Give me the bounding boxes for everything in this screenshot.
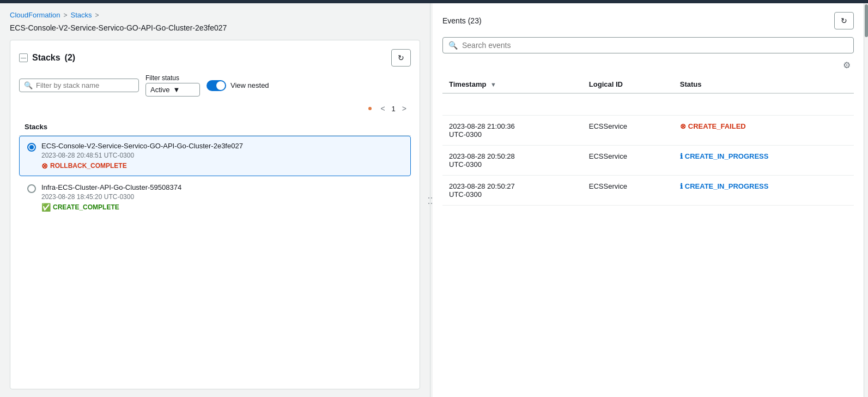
events-toolbar: ⚙ — [442, 59, 854, 71]
breadcrumb-stacks[interactable]: Stacks — [71, 11, 92, 19]
col-status: Status — [673, 76, 854, 93]
stack-status-text-1: ROLLBACK_COMPLETE — [50, 162, 127, 170]
events-search-icon: 🔍 — [448, 41, 458, 50]
left-panel: CloudFormation > Stacks > ECS-Console-V2… — [0, 3, 430, 397]
events-search-input[interactable] — [462, 41, 848, 50]
event-status-icon-1: ⊗ — [680, 122, 686, 130]
event-status-1: ⊗ CREATE_FAILED — [673, 115, 854, 145]
event-row-3: 2023-08-28 20:50:27 UTC-0300 ECSService … — [442, 175, 854, 205]
stack-row-1[interactable]: ECS-Console-V2-Service-Servico-GO-API-Go… — [19, 136, 411, 176]
stack-date-1: 2023-08-28 20:48:51 UTC-0300 — [41, 152, 405, 159]
event-status-icon-2: ℹ — [680, 152, 683, 160]
stack-status-text-2: CREATE_COMPLETE — [53, 203, 119, 211]
event-status-text-1: CREATE_FAILED — [688, 122, 746, 130]
stack-info-1: ECS-Console-V2-Service-Servico-GO-API-Go… — [41, 142, 405, 170]
events-table-body: 2023-08-28 21:00:36 UTC-0300 ECSService … — [442, 93, 854, 205]
view-nested-toggle[interactable] — [207, 80, 226, 91]
pag-prev-button[interactable]: < — [378, 103, 387, 114]
stack-radio-1[interactable] — [27, 143, 36, 152]
stack-status-2: ✅ CREATE_COMPLETE — [41, 203, 119, 212]
event-status-text-2: CREATE_IN_PROGRESS — [685, 152, 769, 160]
events-count: (23) — [468, 16, 482, 25]
events-search-box: 🔍 — [442, 37, 854, 53]
pag-current: 1 — [392, 105, 396, 113]
event-status-icon-3: ℹ — [680, 182, 683, 190]
view-nested-toggle-row: View nested — [207, 80, 269, 91]
stack-name-1: ECS-Console-V2-Service-Servico-GO-API-Go… — [41, 142, 405, 150]
event-timestamp-2: 2023-08-28 20:50:28 UTC-0300 — [442, 145, 582, 175]
sort-icon-timestamp[interactable]: ▼ — [490, 81, 496, 88]
stacks-refresh-button[interactable]: ↻ — [391, 49, 411, 67]
event-status-3: ℹ CREATE_IN_PROGRESS — [673, 175, 854, 205]
events-refresh-button[interactable]: ↻ — [834, 12, 854, 29]
breadcrumb-sep2: > — [95, 11, 99, 19]
pag-next-button[interactable]: > — [400, 103, 409, 114]
breadcrumb-sep1: > — [64, 11, 68, 19]
scrollbar-thumb[interactable] — [865, 4, 868, 37]
events-settings-button[interactable]: ⚙ — [840, 59, 854, 71]
event-status-2: ℹ CREATE_IN_PROGRESS — [673, 145, 854, 175]
events-header: Events (23) ↻ — [442, 12, 854, 29]
stack-date-2: 2023-08-28 18:45:20 UTC-0300 — [41, 193, 405, 201]
stack-status-icon-2: ✅ — [41, 203, 51, 212]
stack-info-2: Infra-ECS-Cluster-API-Go-Cluster-5950837… — [41, 183, 405, 212]
view-nested-label: View nested — [230, 81, 269, 89]
event-timestamp-1: 2023-08-28 21:00:36 UTC-0300 — [442, 115, 582, 145]
events-table-head: Timestamp ▼ Logical ID Status — [442, 76, 854, 93]
pag-indicator — [368, 107, 372, 110]
event-logical-id-1: ECSService — [582, 115, 673, 145]
stack-search-input[interactable] — [36, 81, 134, 89]
stack-status-1: ⊗ ROLLBACK_COMPLETE — [41, 161, 127, 170]
scrollbar[interactable] — [864, 3, 868, 397]
pagination-row: < 1 > — [19, 103, 411, 114]
collapse-icon[interactable]: — — [19, 53, 28, 62]
stack-status-icon-1: ⊗ — [41, 161, 48, 170]
stacks-count: (2) — [65, 53, 76, 63]
stack-search-box: 🔍 — [19, 79, 139, 92]
event-logical-id-2: ECSService — [582, 145, 673, 175]
events-table-header-row: Timestamp ▼ Logical ID Status — [442, 76, 854, 93]
stacks-header: — Stacks (2) ↻ — [19, 49, 411, 67]
breadcrumb: CloudFormation > Stacks > — [10, 11, 420, 19]
filter-status-label: Filter status — [145, 74, 179, 82]
event-status-text-3: CREATE_IN_PROGRESS — [685, 182, 769, 190]
col-timestamp: Timestamp ▼ — [442, 76, 582, 93]
current-stack-name: ECS-Console-V2-Service-Servico-GO-API-Go… — [10, 23, 420, 32]
right-panel: Events (23) ↻ 🔍 ⚙ Timestamp ▼ Logical ID — [433, 3, 864, 397]
event-logical-id-3: ECSService — [582, 175, 673, 205]
stacks-label: Stacks — [32, 53, 60, 63]
events-title: Events (23) — [442, 16, 482, 25]
filter-status-dropdown[interactable]: Active ▼ — [145, 83, 200, 97]
filter-status-value: Active — [150, 86, 169, 94]
stack-name-2: Infra-ECS-Cluster-API-Go-Cluster-5950837… — [41, 183, 405, 191]
filter-status-chevron: ▼ — [173, 86, 180, 94]
stacks-container: — Stacks (2) ↻ 🔍 Filter status Active ▼ — [10, 40, 420, 389]
event-row-1: 2023-08-28 21:00:36 UTC-0300 ECSService … — [442, 115, 854, 145]
events-spacer-row — [442, 93, 854, 115]
stack-search-icon: 🔍 — [24, 81, 33, 89]
breadcrumb-cloudformation[interactable]: CloudFormation — [10, 11, 60, 19]
events-table: Timestamp ▼ Logical ID Status — [442, 76, 854, 206]
col-logical-id: Logical ID — [582, 76, 673, 93]
stacks-title: — Stacks (2) — [19, 53, 75, 63]
events-label: Events — [442, 16, 466, 25]
stack-radio-2[interactable] — [27, 184, 36, 193]
event-row-2: 2023-08-28 20:50:28 UTC-0300 ECSService … — [442, 145, 854, 175]
stacks-table-header: Stacks — [19, 118, 411, 136]
event-timestamp-3: 2023-08-28 20:50:27 UTC-0300 — [442, 175, 582, 205]
stack-row-2[interactable]: Infra-ECS-Cluster-API-Go-Cluster-5950837… — [19, 177, 411, 218]
